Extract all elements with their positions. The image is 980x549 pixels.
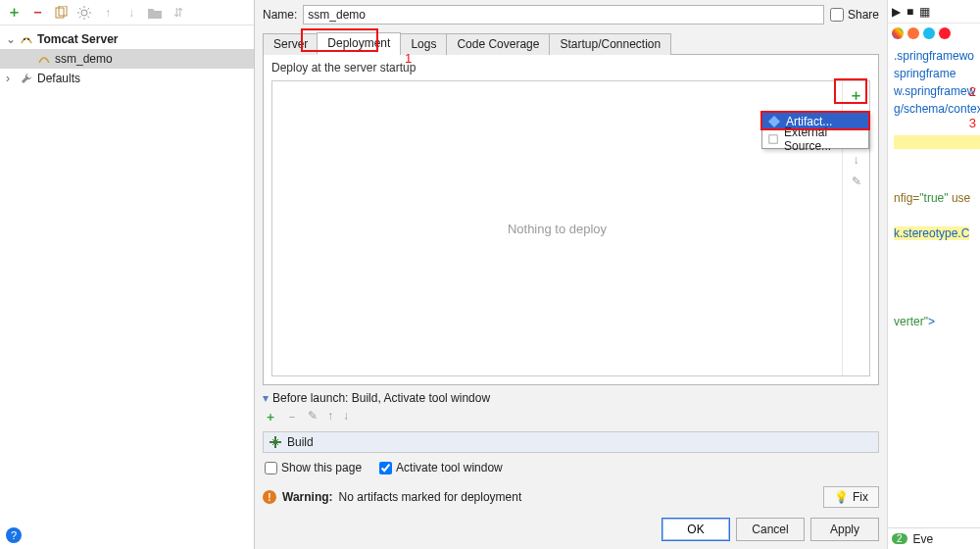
bl-edit-icon[interactable]: ✎ — [308, 409, 318, 425]
event-badge[interactable]: 2 — [892, 533, 907, 544]
editor-toolbar: ▶ ■ ▦ — [888, 0, 980, 24]
before-item[interactable]: Build — [264, 432, 878, 452]
bulb-icon: 💡 — [834, 490, 849, 504]
main-panel: Name: Share Server Deployment Logs Code … — [255, 0, 887, 549]
settings-icon[interactable] — [76, 5, 92, 21]
deployment-panel: Deploy at the server startup Nothing to … — [263, 55, 879, 385]
copy-icon[interactable] — [53, 5, 69, 21]
artifact-icon — [768, 116, 780, 127]
wrench-icon — [20, 73, 33, 84]
expand-icon[interactable]: ⌄ — [6, 32, 16, 46]
bl-remove-icon[interactable]: － — [286, 409, 298, 425]
share-check[interactable]: Share — [830, 8, 879, 22]
collapse-icon[interactable]: ▾ — [263, 391, 269, 405]
tab-deployment[interactable]: Deployment — [317, 32, 401, 55]
tomcat-icon — [20, 33, 33, 45]
sidebar-toolbar: ＋ － ↑ ↓ ⇵ — [0, 0, 254, 25]
down-artifact-icon[interactable]: ↓ — [849, 152, 864, 168]
config-tabs: Server Deployment Logs Code Coverage Sta… — [263, 31, 879, 55]
run-icon[interactable]: ▶ — [892, 5, 901, 19]
deploy-empty: Nothing to deploy — [272, 81, 842, 375]
dialog-buttons: OK Cancel Apply — [255, 512, 887, 549]
callout-3: 3 — [969, 116, 976, 130]
fix-button[interactable]: 💡Fix — [823, 486, 879, 508]
activate-check[interactable]: Activate tool window — [379, 461, 503, 474]
ie-icon[interactable] — [923, 27, 935, 39]
callout-1: 1 — [405, 51, 412, 66]
tree-label: Tomcat Server — [37, 32, 118, 46]
external-icon — [768, 133, 778, 145]
opera-icon[interactable] — [939, 27, 951, 39]
firefox-icon[interactable] — [907, 27, 919, 39]
warning-icon: ! — [263, 490, 276, 504]
tab-startup[interactable]: Startup/Connection — [549, 33, 671, 55]
apply-button[interactable]: Apply — [810, 518, 879, 541]
folder-icon[interactable] — [147, 5, 163, 21]
cancel-button[interactable]: Cancel — [736, 518, 805, 541]
tree-label: ssm_demo — [55, 52, 113, 66]
sort-icon[interactable]: ⇵ — [171, 5, 186, 21]
bl-up-icon[interactable]: ↑ — [327, 409, 333, 425]
show-page-check[interactable]: Show this page — [265, 461, 362, 474]
tomcat-icon — [37, 53, 51, 65]
before-list: Build — [263, 431, 879, 453]
tab-coverage[interactable]: Code Coverage — [446, 33, 550, 55]
add-icon[interactable]: ＋ — [6, 5, 22, 21]
before-head[interactable]: ▾ Before launch: Build, Activate tool wi… — [263, 391, 879, 405]
bl-down-icon[interactable]: ↓ — [343, 409, 349, 425]
name-label: Name: — [263, 8, 297, 22]
tree-defaults[interactable]: › Defaults — [0, 69, 254, 88]
edit-artifact-icon[interactable]: ✎ — [849, 174, 864, 189]
share-checkbox[interactable] — [830, 8, 844, 22]
ok-button[interactable]: OK — [662, 518, 730, 541]
add-artifact-icon[interactable]: ＋ — [849, 87, 864, 103]
warning-row: ! Warning: No artifacts marked for deplo… — [255, 482, 887, 512]
popup-external[interactable]: External Source... — [762, 130, 868, 148]
tree-label: Defaults — [37, 72, 80, 85]
name-input[interactable] — [303, 5, 824, 25]
build-icon — [270, 436, 281, 448]
up-icon[interactable]: ↑ — [100, 5, 116, 21]
remove-icon[interactable]: － — [29, 5, 45, 21]
callout-2: 2 — [969, 84, 976, 99]
svg-point-4 — [27, 38, 29, 40]
warning-label: Warning: — [282, 490, 333, 504]
editor-strip: ▶ ■ ▦ 2 3 .springframewo springframe w.s… — [887, 0, 980, 549]
status-bar: 2 Eve — [888, 527, 980, 549]
deploy-label: Deploy at the server startup — [264, 55, 878, 80]
expand-icon[interactable]: › — [6, 72, 16, 85]
chrome-icon[interactable] — [892, 27, 904, 39]
code-preview: .springframewo springframe w.springframe… — [888, 43, 980, 334]
svg-rect-5 — [769, 135, 777, 143]
add-popup: Artifact... External Source... — [761, 112, 869, 149]
bl-add-icon[interactable]: ＋ — [265, 409, 276, 425]
browser-icons — [888, 24, 980, 43]
stop-icon[interactable]: ■ — [906, 5, 913, 19]
down-icon[interactable]: ↓ — [123, 5, 139, 21]
config-tree: ⌄ Tomcat Server ssm_demo › Defaults — [0, 25, 254, 549]
svg-point-3 — [24, 38, 25, 40]
layout-icon[interactable]: ▦ — [919, 5, 930, 19]
help-icon[interactable]: ? — [6, 527, 22, 543]
run-config-sidebar: ＋ － ↑ ↓ ⇵ ⌄ Tomcat Server — [0, 0, 255, 549]
before-launch: ▾ Before launch: Build, Activate tool wi… — [263, 391, 879, 482]
tree-tomcat[interactable]: ⌄ Tomcat Server — [0, 29, 254, 49]
tree-ssm[interactable]: ssm_demo — [0, 49, 254, 69]
tab-server[interactable]: Server — [263, 33, 318, 55]
svg-point-2 — [81, 10, 87, 16]
warning-text: No artifacts marked for deployment — [339, 490, 522, 504]
